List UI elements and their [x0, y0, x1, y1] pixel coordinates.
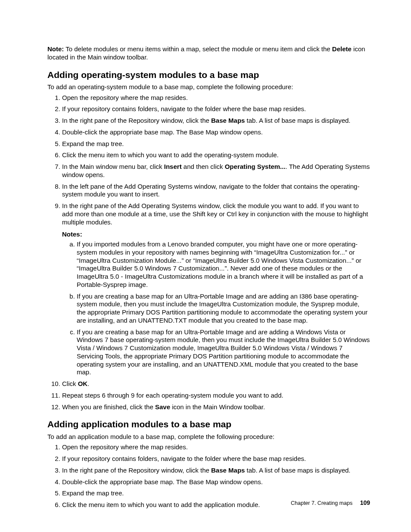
list-item: In the right pane of the Repository wind… — [62, 467, 370, 475]
page-footer: Chapter 7. Creating maps 109 — [291, 499, 370, 507]
list-item: Click OK. — [62, 380, 370, 388]
text: In the right pane of the Add Operating S… — [62, 202, 368, 226]
note-body-a: To delete modules or menu items within a… — [64, 45, 332, 53]
note-paragraph: Note: To delete modules or menu items wi… — [47, 45, 370, 62]
note-prefix: Note: — [47, 45, 64, 53]
text: tab. A list of base maps is displayed. — [245, 117, 350, 124]
list-item: If you are creating a base map for an Ul… — [77, 292, 370, 325]
text: . — [87, 380, 89, 387]
text: and then click — [182, 163, 225, 170]
text: tab. A list of base maps is displayed. — [245, 467, 350, 474]
list-item: In the left pane of the Add Operating Sy… — [62, 183, 370, 199]
note-delete-bold: Delete — [332, 45, 352, 53]
notes-sublist: If you imported modules from a Lenovo br… — [62, 240, 370, 376]
list-item: Open the repository where the map reside… — [62, 443, 370, 451]
list-item: Click the menu item to which you want to… — [62, 151, 370, 159]
list-item: Repeat steps 6 through 9 for each operat… — [62, 392, 370, 400]
list-item: In the Main window menu bar, click Inser… — [62, 163, 370, 179]
operating-system-bold: Operating System... — [225, 163, 286, 170]
section2-heading: Adding application modules to a base map — [47, 419, 370, 430]
text: icon in the Main Window toolbar. — [170, 403, 265, 411]
list-item: If your repository contains folders, nav… — [62, 455, 370, 463]
list-item: Double-click the appropriate base map. T… — [62, 478, 370, 486]
footer-chapter: Chapter 7. Creating maps — [291, 500, 352, 506]
list-item: In the right pane of the Add Operating S… — [62, 202, 370, 376]
list-item: Expand the map tree. — [62, 489, 370, 498]
list-item: If you are creating a base map for an Ul… — [77, 328, 370, 377]
text: In the right pane of the Repository wind… — [62, 467, 211, 474]
list-item: If your repository contains folders, nav… — [62, 105, 370, 113]
save-bold: Save — [155, 403, 170, 411]
ok-bold: OK — [78, 380, 88, 387]
list-item: Expand the map tree. — [62, 140, 370, 148]
list-item: When you are finished, click the Save ic… — [62, 403, 370, 411]
insert-bold: Insert — [164, 163, 182, 170]
list-item: If you imported modules from a Lenovo br… — [77, 240, 370, 289]
footer-page-number: 109 — [360, 499, 370, 506]
list-item: In the right pane of the Repository wind… — [62, 117, 370, 125]
text: In the right pane of the Repository wind… — [62, 117, 211, 124]
section1-ordered-list: Open the repository where the map reside… — [47, 94, 370, 411]
text: In the Main window menu bar, click — [62, 163, 164, 170]
section1-heading: Adding operating-system modules to a bas… — [47, 69, 370, 81]
text: Click — [62, 380, 78, 387]
base-maps-bold: Base Maps — [211, 467, 245, 474]
base-maps-bold: Base Maps — [211, 117, 245, 124]
text: When you are finished, click the — [62, 403, 155, 411]
notes-label: Notes: — [62, 230, 370, 239]
list-item: Double-click the appropriate base map. T… — [62, 128, 370, 137]
document-page: Note: To delete modules or menu items wi… — [0, 0, 411, 532]
list-item: Open the repository where the map reside… — [62, 94, 370, 102]
section2-intro: To add an application module to a base m… — [47, 433, 370, 441]
section1-intro: To add an operating-system module to a b… — [47, 83, 370, 91]
